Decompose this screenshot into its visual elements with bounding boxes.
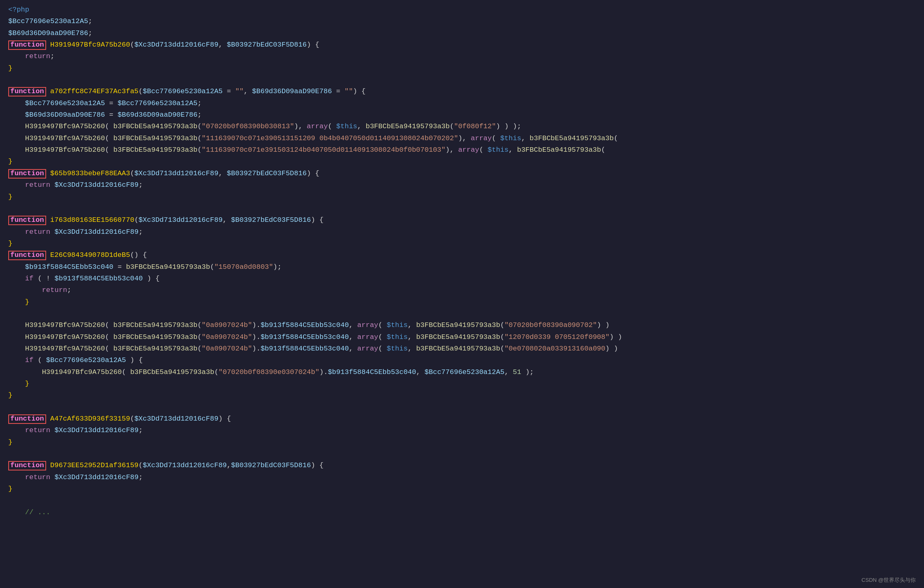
indent-token: [8, 380, 25, 388]
function-name-token: H3919497Bfc9A75b260: [50, 41, 130, 49]
var-token: $Xc3Dd713dd12016cF89: [134, 41, 218, 49]
var-token: $Bcc77696e5230a12A5: [424, 368, 504, 376]
operator-token: (: [197, 146, 202, 154]
operator-token: ),: [294, 122, 307, 130]
return-kw-token: return: [25, 473, 50, 481]
sp-token: [46, 216, 50, 224]
operator-token: ,: [349, 345, 357, 353]
code-line: [0, 402, 924, 413]
string-token: "111639070c071e391503124b0407050d0114091…: [202, 146, 446, 154]
var-token: $B69d36D09aaD90E786: [117, 111, 197, 119]
operator-token: ) {: [126, 356, 143, 364]
string-token: "07020b0f08390a090702": [504, 321, 597, 329]
operator-token: (: [130, 41, 134, 49]
operator-token: (: [105, 345, 113, 353]
indent-token: [8, 345, 25, 353]
function-name-token: A47cAf633D936f33159: [50, 415, 130, 423]
operator-token: );: [521, 368, 534, 376]
var-token: $Bcc77696e5230a12A5: [46, 356, 126, 364]
code-line: return;: [0, 285, 924, 296]
code-line: }: [0, 191, 924, 203]
method-call-token: H3919497Bfc9A75b260: [42, 368, 122, 376]
array-kw-token: array: [307, 122, 328, 130]
return-kw-token: return: [42, 286, 67, 294]
operator-token: (: [197, 321, 202, 329]
code-line: return $Xc3Dd713dd12016cF89;: [0, 179, 924, 191]
comment-token: // ...: [8, 508, 50, 516]
operator-token: (: [130, 169, 134, 177]
operator-token: =: [113, 263, 126, 271]
code-line: <?php: [0, 4, 924, 16]
operator-token: ) {: [311, 461, 324, 469]
code-line: function E26C984349078D1deB5() {: [0, 249, 924, 261]
code-container: <?php$Bcc77696e5230a12A5;$B69d36D09aaD90…: [0, 0, 924, 588]
code-line: function H3919497Bfc9A75b260($Xc3Dd713dd…: [0, 39, 924, 51]
operator-token: ) {: [143, 275, 159, 282]
operator-token: ,: [227, 461, 231, 469]
operator-token: (: [492, 134, 500, 142]
operator-token: (: [450, 122, 454, 130]
code-line: [0, 308, 924, 320]
operator-token: ,: [416, 368, 424, 376]
highlighted-keyword-token: function: [8, 461, 46, 470]
operator-token: ) ): [605, 345, 618, 353]
operator-token: ,: [223, 216, 231, 224]
var-token: $b913f5884C5Ebb53c040: [54, 275, 143, 282]
method-call-token: b3FBCbE5a94195793a3b: [530, 134, 614, 142]
operator-token: ) ): [597, 321, 610, 329]
operator-token: (: [105, 321, 113, 329]
indent-token: [8, 321, 25, 329]
code-line: H3919497Bfc9A75b260( b3FBCbE5a94195793a3…: [0, 367, 924, 378]
var-token: $B03927bEdC03F5D816: [231, 216, 311, 224]
this-kw-token: $this: [387, 333, 408, 341]
code-line: return $Xc3Dd713dd12016cF89;: [0, 472, 924, 483]
string-token: "0e0708020a033913160a090: [504, 345, 605, 353]
code-line: $Bcc77696e5230a12A5 = $Bcc77696e5230a12A…: [0, 98, 924, 109]
brace-token: }: [8, 158, 12, 165]
highlighted-keyword-token: function: [8, 251, 46, 260]
operator-token: ) {: [307, 169, 319, 177]
brace-token: }: [25, 380, 29, 388]
operator-token: ,: [218, 41, 227, 49]
operator-token: (: [601, 146, 605, 154]
code-line: }: [0, 390, 924, 401]
var-token: $Bcc77696e5230a12A5: [8, 17, 88, 25]
operator-token: ) ) );: [496, 122, 521, 130]
code-line: H3919497Bfc9A75b260( b3FBCbE5a94195793a3…: [0, 133, 924, 144]
method-call-token: b3FBCbE5a94195793a3b: [113, 146, 197, 154]
operator-token: (: [105, 122, 113, 130]
function-name-token: $65b9833bebeF88EAA3: [50, 169, 130, 177]
operator-token: (: [33, 356, 46, 364]
operator-token: (: [122, 368, 130, 376]
method-call-token: b3FBCbE5a94195793a3b: [113, 321, 197, 329]
operator-token: ).: [319, 368, 328, 376]
operator-token: (: [138, 87, 143, 95]
method-call-token: b3FBCbE5a94195793a3b: [113, 134, 197, 142]
number-token: 51: [513, 368, 521, 376]
var-token: $b913f5884C5Ebb53c040: [25, 263, 113, 271]
code-line: // ...: [0, 507, 924, 518]
var-token: $B03927bEdC03F5D816: [231, 461, 311, 469]
operator-token: (: [138, 461, 143, 469]
brace-token: }: [8, 240, 12, 247]
indent-token: [8, 99, 25, 107]
operator-token: (: [130, 415, 134, 423]
var-token: $Xc3Dd713dd12016cF89: [134, 415, 218, 423]
array-kw-token: array: [471, 134, 492, 142]
operator-token: ,: [408, 345, 416, 353]
method-call-token: b3FBCbE5a94195793a3b: [130, 368, 214, 376]
string-token: "": [345, 87, 353, 95]
this-kw-token: $this: [387, 345, 408, 353]
watermark: CSDN @世界尽头与你: [861, 576, 916, 584]
operator-token: ) ): [610, 333, 622, 341]
operator-token: (: [105, 333, 113, 341]
indent2-token: [8, 368, 42, 376]
code-line: [0, 495, 924, 506]
code-line: if ( ! $b913f5884C5Ebb53c040 ) {: [0, 273, 924, 285]
code-line: function $65b9833bebeF88EAA3($Xc3Dd713dd…: [0, 168, 924, 179]
var-token: $B03927bEdC03F5D816: [227, 41, 307, 49]
brace-token: }: [8, 391, 12, 399]
operator-token: (: [378, 333, 387, 341]
operator-token: ,: [504, 368, 513, 376]
method-call-token: b3FBCbE5a94195793a3b: [416, 345, 500, 353]
